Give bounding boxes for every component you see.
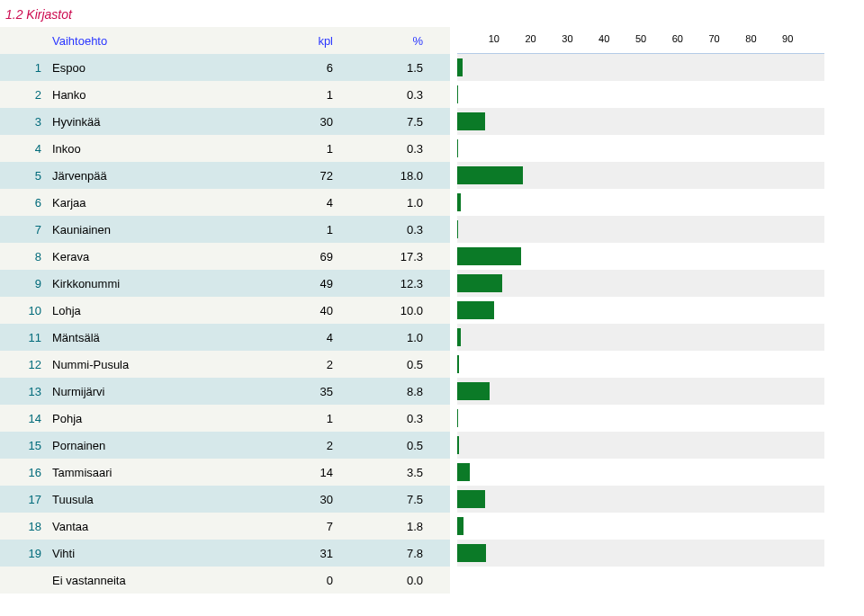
chart-bar — [457, 328, 461, 346]
row-num: 7 — [0, 223, 50, 237]
axis-tick: 80 — [745, 33, 756, 44]
chart-bar-row — [457, 189, 824, 216]
row-pct: 0.3 — [351, 142, 450, 156]
row-pct: 0.3 — [351, 88, 450, 102]
chart-plot — [457, 54, 824, 594]
chart-bar-row — [457, 432, 824, 459]
content-wrap: Vaihtoehto kpl % 1Espoo61.52Hanko10.33Hy… — [0, 27, 864, 594]
row-name: Hyvinkää — [50, 115, 243, 129]
axis-tick: 90 — [782, 33, 793, 44]
row-pct: 12.3 — [351, 277, 450, 290]
row-num: 19 — [0, 547, 50, 560]
row-kpl: 7 — [243, 520, 351, 533]
row-kpl: 72 — [243, 169, 351, 183]
row-num: 5 — [0, 169, 50, 183]
table-row: 8Kerava6917.3 — [0, 243, 450, 270]
chart-bar — [457, 544, 486, 562]
row-pct: 3.5 — [351, 466, 450, 479]
row-pct: 10.0 — [351, 304, 450, 317]
chart-bar-row — [457, 351, 824, 378]
row-num: 18 — [0, 520, 50, 533]
row-num: 8 — [0, 250, 50, 263]
chart-bar — [457, 409, 458, 427]
chart-bar — [457, 166, 523, 184]
row-name: Espoo — [50, 61, 243, 75]
chart-bar — [457, 139, 458, 157]
chart-bar-row — [457, 135, 824, 162]
chart-bar-row — [457, 459, 824, 486]
row-name: Tammisaari — [50, 466, 243, 479]
chart-bar-row — [457, 81, 824, 108]
row-kpl: 1 — [243, 142, 351, 156]
chart-bar — [457, 274, 502, 292]
chart-bar-row — [457, 162, 824, 189]
table-row: 9Kirkkonummi4912.3 — [0, 270, 450, 297]
row-name: Lohja — [50, 304, 243, 317]
table-header-row: Vaihtoehto kpl % — [0, 27, 450, 54]
row-num: 17 — [0, 493, 50, 506]
table-row: 16Tammisaari143.5 — [0, 459, 450, 486]
row-pct: 0.5 — [351, 358, 450, 371]
table-row: Ei vastanneita00.0 — [0, 567, 450, 594]
row-pct: 0.3 — [351, 412, 450, 425]
row-kpl: 2 — [243, 358, 351, 371]
row-num: 15 — [0, 439, 50, 452]
row-pct: 7.8 — [351, 547, 450, 560]
row-name: Pornainen — [50, 439, 243, 452]
chart-bar — [457, 517, 464, 535]
chart-bar — [457, 490, 485, 508]
row-pct: 1.0 — [351, 196, 450, 210]
axis-tick: 10 — [489, 33, 500, 44]
axis-tick: 40 — [598, 33, 609, 44]
row-name: Kirkkonummi — [50, 277, 243, 290]
row-kpl: 30 — [243, 493, 351, 506]
row-num: 16 — [0, 466, 50, 479]
row-num: 4 — [0, 142, 50, 156]
chart-bar-row — [457, 216, 824, 243]
row-pct: 1.5 — [351, 61, 450, 75]
row-pct: 8.8 — [351, 385, 450, 398]
row-pct: 18.0 — [351, 169, 450, 183]
table-row: 10Lohja4010.0 — [0, 297, 450, 324]
row-kpl: 31 — [243, 547, 351, 560]
table-row: 17Tuusula307.5 — [0, 486, 450, 513]
chart-bar-row — [457, 378, 824, 405]
chart-bar — [457, 220, 458, 238]
row-kpl: 35 — [243, 385, 351, 398]
chart-axis: 102030405060708090 — [457, 27, 824, 54]
axis-tick: 20 — [525, 33, 536, 44]
table-row: 19Vihti317.8 — [0, 540, 450, 567]
row-kpl: 1 — [243, 88, 351, 102]
chart-bar — [457, 436, 459, 454]
row-name: Karjaa — [50, 196, 243, 210]
table-row: 18Vantaa71.8 — [0, 513, 450, 540]
data-table: Vaihtoehto kpl % 1Espoo61.52Hanko10.33Hy… — [0, 27, 450, 594]
row-num: 12 — [0, 358, 50, 371]
chart-bar-row — [457, 108, 824, 135]
row-kpl: 1 — [243, 412, 351, 425]
row-num: 2 — [0, 88, 50, 102]
chart-bar-row — [457, 54, 824, 81]
row-kpl: 49 — [243, 277, 351, 290]
row-name: Pohja — [50, 412, 243, 425]
chart-bar — [457, 85, 458, 103]
bar-chart: 102030405060708090 — [450, 27, 841, 594]
chart-bar-row — [457, 540, 824, 567]
row-kpl: 6 — [243, 61, 351, 75]
table-row: 1Espoo61.5 — [0, 54, 450, 81]
row-pct: 0.0 — [351, 574, 450, 587]
chart-bar-row — [457, 513, 824, 540]
row-num: 9 — [0, 277, 50, 290]
table-row: 13Nurmijärvi358.8 — [0, 378, 450, 405]
row-num: 14 — [0, 412, 50, 425]
axis-tick: 70 — [708, 33, 719, 44]
row-name: Mäntsälä — [50, 331, 243, 344]
row-name: Hanko — [50, 88, 243, 102]
row-num: 6 — [0, 196, 50, 210]
table-row: 3Hyvinkää307.5 — [0, 108, 450, 135]
header-name: Vaihtoehto — [50, 34, 243, 48]
row-name: Vantaa — [50, 520, 243, 533]
table-row: 6Karjaa41.0 — [0, 189, 450, 216]
table-row: 11Mäntsälä41.0 — [0, 324, 450, 351]
row-kpl: 40 — [243, 304, 351, 317]
